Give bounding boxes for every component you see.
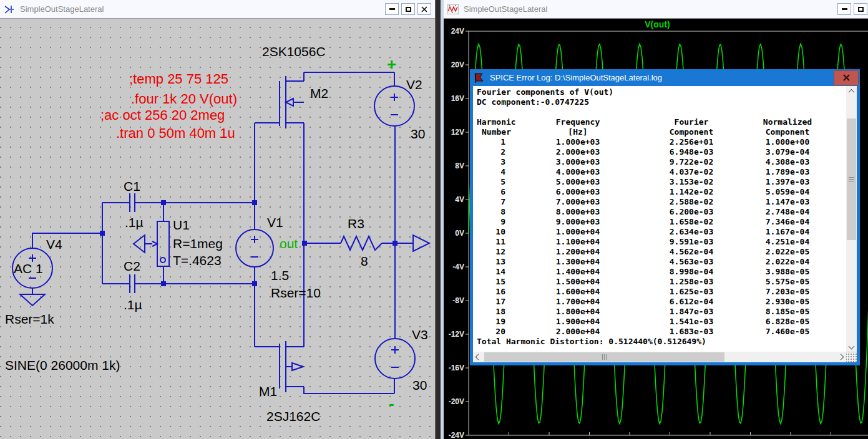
fourier-table-row: 12 1.200e+04 4.562e-04 2.022e-05 <box>477 247 846 257</box>
fourier-table-row: 18 1.800e+04 1.847e-03 8.185e-05 <box>477 307 846 317</box>
normalized-component-value: 1.397e-03 <box>744 177 831 187</box>
frequency-value: 1.300e+04 <box>517 257 639 267</box>
schematic-drawing: ;temp 25 75 125 .four 1k 20 V(out) ;ac o… <box>0 19 435 439</box>
frequency-value: 1.700e+04 <box>517 297 639 307</box>
ground-symbol <box>20 294 45 306</box>
capacitor-c1[interactable] <box>130 193 135 212</box>
fourier-table-row: 14 1.400e+04 8.998e-04 3.988e-05 <box>477 267 846 277</box>
y-axis-tick-label: 20V <box>451 60 464 69</box>
fourier-table-row: 1 1.000e+03 2.256e+01 1.000e+00 <box>477 137 846 147</box>
log-line-dc-component: DC component:-0.0747225 <box>477 97 846 107</box>
horizontal-scroll-thumb[interactable] <box>484 352 724 362</box>
net-labels[interactable]: out + - <box>280 55 396 413</box>
y-axis-tick-label: 12V <box>451 128 464 137</box>
frequency-value: 1.200e+04 <box>517 247 639 257</box>
normalized-component-value: 4.308e-03 <box>744 157 831 167</box>
col-header-harmonic: Harmonic <box>477 117 517 127</box>
normalized-component-value: 8.185e-05 <box>744 307 831 317</box>
waveform-titlebar[interactable]: SimpleOutStageLateral <box>444 0 868 19</box>
resistor-r3[interactable] <box>341 236 382 250</box>
y-axis-tick-label: 4V <box>455 195 464 204</box>
y-axis-tick-label: -16V <box>449 364 464 372</box>
supply-plus-marker: + <box>387 55 396 74</box>
normalized-component-value: 2.748e-04 <box>744 207 831 217</box>
horizontal-scrollbar[interactable] <box>473 352 846 362</box>
scroll-up-button[interactable] <box>846 86 857 97</box>
normalized-component-value: 2.022e-05 <box>744 247 831 257</box>
capacitor-c2[interactable] <box>130 274 135 293</box>
normalized-component-value: 2.930e-05 <box>744 297 831 307</box>
fourier-table-row: 3 3.000e+03 9.722e-02 4.308e-03 <box>477 157 846 167</box>
label-v4-sine: SINE(0 26000m 1k) <box>5 358 120 372</box>
spice-directives[interactable]: ;temp 25 75 125 .four 1k 20 V(out) ;ac o… <box>100 71 237 141</box>
scroll-left-button[interactable] <box>473 352 484 362</box>
y-axis-tick-label: 24V <box>451 27 464 36</box>
voltage-source-v2[interactable] <box>374 86 414 126</box>
schematic-canvas[interactable]: ;temp 25 75 125 .four 1k 20 V(out) ;ac o… <box>0 19 435 439</box>
directive-ac: ;ac oct 256 20 2meg <box>100 107 225 123</box>
fourier-component-value: 1.142e-02 <box>639 187 744 197</box>
supply-minus-marker: - <box>389 394 394 413</box>
minimize-button[interactable] <box>385 3 399 15</box>
normalized-component-value: 5.575e-05 <box>744 277 831 287</box>
frequency-value: 7.000e+03 <box>517 197 639 207</box>
fourier-component-value: 2.588e-02 <box>639 197 744 207</box>
y-axis-tick-label: 16V <box>451 94 464 103</box>
output-port-flag[interactable] <box>413 235 429 251</box>
minimize-button[interactable] <box>837 3 851 15</box>
fourier-table-header-row1: Harmonic Frequency Fourier Normalized <box>477 117 846 127</box>
schematic-titlebar[interactable]: SimpleOutStageLateral <box>0 0 435 19</box>
voltage-source-v3[interactable] <box>375 339 415 379</box>
label-c2: C2 <box>124 259 140 273</box>
scroll-down-button[interactable] <box>846 341 857 352</box>
fourier-component-value: 1.258e-03 <box>639 277 744 287</box>
maximize-button[interactable] <box>854 3 867 15</box>
mosfet-m2[interactable] <box>255 76 304 128</box>
fourier-component-value: 4.563e-03 <box>639 257 744 267</box>
label-m1-model: 2SJ162C <box>266 409 320 423</box>
harmonic-number: 9 <box>477 217 517 227</box>
y-axis-tick-label: -8V <box>452 296 464 305</box>
label-v2-value: 30 <box>411 127 425 141</box>
fourier-component-value: 9.591e-03 <box>639 237 744 247</box>
minimize-icon <box>842 8 847 10</box>
harmonic-number: 12 <box>477 247 517 257</box>
harmonic-number: 16 <box>477 287 517 297</box>
voltage-source-v1[interactable] <box>236 229 273 267</box>
fourier-table-row: 19 1.900e+04 1.541e-03 6.828e-05 <box>477 317 846 327</box>
fourier-table-row: 6 6.000e+03 1.142e-02 5.059e-04 <box>477 187 846 197</box>
normalized-component-value: 3.079e-04 <box>744 147 831 157</box>
voltage-source-v4[interactable] <box>12 248 52 306</box>
vertical-scrollbar[interactable] <box>846 86 857 352</box>
frequency-value: 1.000e+03 <box>517 137 639 147</box>
fourier-table-row: 13 1.300e+04 4.563e-03 2.022e-04 <box>477 257 846 267</box>
normalized-component-value: 7.460e-05 <box>744 327 831 337</box>
maximize-button[interactable] <box>401 3 415 15</box>
harmonic-number: 10 <box>477 227 517 237</box>
col-header-normalized: Normalized <box>744 117 831 127</box>
ltspice-log-icon <box>473 72 485 84</box>
dialog-close-button[interactable] <box>834 70 859 85</box>
vertical-scroll-thumb[interactable] <box>847 118 856 240</box>
label-v3-value: 30 <box>412 378 427 392</box>
chevron-up-icon <box>849 89 855 95</box>
resize-grip[interactable] <box>846 352 857 362</box>
y-axis-tick-label: 8V <box>455 162 464 170</box>
scroll-right-button[interactable] <box>836 352 846 362</box>
label-c2-value: .1µ <box>124 297 142 312</box>
dialog-titlebar[interactable]: SPICE Error Log: D:\SimpleOutStageLatera… <box>473 69 857 86</box>
net-label-out: out <box>280 236 298 251</box>
harmonic-number: 3 <box>477 157 517 167</box>
fourier-table-row: 4 4.000e+03 4.037e-02 1.789e-03 <box>477 167 846 177</box>
frequency-value: 4.000e+03 <box>517 167 639 177</box>
harmonic-number: 15 <box>477 277 517 287</box>
close-button[interactable] <box>417 3 431 15</box>
close-icon <box>421 6 427 12</box>
harmonic-number: 11 <box>477 237 517 247</box>
frequency-value: 1.400e+04 <box>517 267 639 277</box>
fourier-table-row: 9 9.000e+03 1.658e-02 7.346e-04 <box>477 217 846 227</box>
label-m2: M2 <box>310 86 328 100</box>
frequency-value: 1.500e+04 <box>517 277 639 287</box>
dialog-content: Fourier components of V(out) DC componen… <box>473 86 857 362</box>
harmonic-number: 4 <box>477 167 517 177</box>
